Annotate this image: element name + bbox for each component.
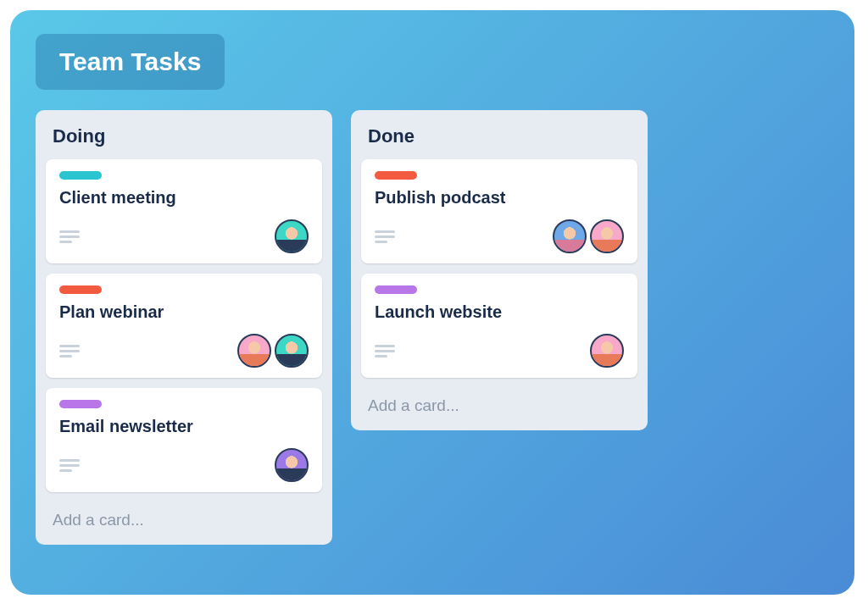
- card-label[interactable]: [59, 171, 102, 180]
- card-title: Email newsletter: [59, 417, 309, 436]
- add-card-button[interactable]: Add a card...: [46, 502, 322, 533]
- description-icon: [375, 230, 395, 243]
- avatar[interactable]: [275, 448, 309, 482]
- card[interactable]: Client meeting: [46, 159, 322, 263]
- list-title[interactable]: Done: [361, 122, 637, 159]
- avatar[interactable]: [553, 219, 587, 253]
- description-icon: [375, 345, 395, 357]
- description-icon: [59, 459, 80, 472]
- board-title[interactable]: Team Tasks: [36, 34, 225, 90]
- description-icon: [59, 230, 80, 243]
- avatar[interactable]: [237, 334, 271, 368]
- card-label[interactable]: [59, 400, 102, 408]
- avatar[interactable]: [275, 219, 309, 253]
- list-doing: Doing Client meeting Plan webinar: [36, 110, 332, 545]
- card-title: Plan webinar: [59, 302, 309, 322]
- list-done: Done Publish podcast Launch website: [351, 110, 648, 430]
- card-avatars: [553, 219, 624, 253]
- card-footer: [59, 334, 309, 368]
- card-footer: [375, 219, 624, 253]
- card-avatars: [275, 219, 309, 253]
- card-avatars: [590, 334, 624, 368]
- add-card-button[interactable]: Add a card...: [361, 388, 637, 418]
- card[interactable]: Email newsletter: [46, 388, 322, 492]
- avatar[interactable]: [590, 334, 624, 368]
- avatar[interactable]: [275, 334, 309, 368]
- description-icon: [59, 345, 80, 357]
- card[interactable]: Plan webinar: [46, 274, 322, 378]
- kanban-board: Team Tasks Doing Client meeting Plan web…: [10, 10, 854, 595]
- card[interactable]: Publish podcast: [361, 159, 637, 263]
- card-footer: [375, 334, 624, 368]
- lists-container: Doing Client meeting Plan webinar: [36, 110, 829, 545]
- card-title: Client meeting: [59, 188, 309, 208]
- card-footer: [59, 448, 309, 482]
- card-footer: [59, 219, 309, 253]
- list-title[interactable]: Doing: [46, 122, 322, 159]
- card-title: Publish podcast: [375, 188, 624, 208]
- card-title: Launch website: [375, 302, 624, 322]
- card-avatars: [275, 448, 309, 482]
- card-label[interactable]: [375, 285, 417, 294]
- card-avatars: [237, 334, 309, 368]
- avatar[interactable]: [590, 219, 624, 253]
- card-label[interactable]: [59, 285, 102, 294]
- card[interactable]: Launch website: [361, 274, 637, 378]
- card-label[interactable]: [375, 171, 417, 180]
